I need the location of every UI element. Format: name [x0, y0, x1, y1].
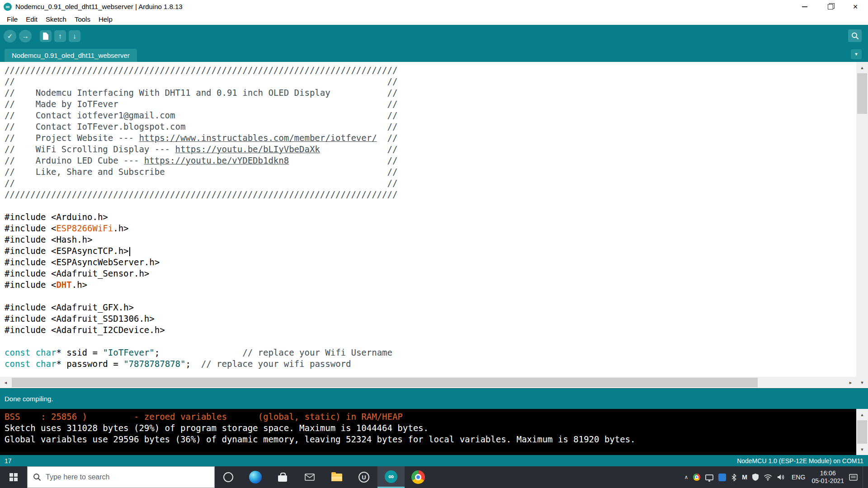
code-line: ////	[5, 178, 856, 189]
close-icon: ×	[853, 2, 858, 11]
edge-icon	[249, 471, 262, 483]
triangle-down-icon: ▼	[860, 447, 864, 452]
taskbar-mail[interactable]	[296, 466, 323, 488]
titlebar: ∞ Nodemcu_0.91_oled_dht11_webserver | Ar…	[0, 0, 868, 13]
scrollbar-thumb[interactable]	[12, 378, 758, 387]
infinity-glyph: ∞	[388, 472, 394, 481]
windows-taskbar: Type here to search U ∞ ∧ M	[0, 466, 868, 488]
mail-icon	[305, 474, 315, 481]
code-line: // Contact iotfever1@gmail.com//	[5, 110, 856, 121]
code-line: #include <Adafruit_I2CDevice.h>	[5, 324, 856, 336]
code-line: #include <Hash.h>	[5, 234, 856, 245]
menu-edit[interactable]: Edit	[22, 15, 42, 23]
wifi-icon[interactable]	[764, 474, 772, 481]
console-scrollbar[interactable]: ▲ ▼	[856, 409, 868, 455]
search-icon	[33, 473, 41, 481]
menubar: File Edit Sketch Tools Help	[0, 13, 868, 25]
code-line: #include <Arduino.h>	[5, 211, 856, 223]
code-line: // Project Website --- https://www.instr…	[5, 132, 856, 144]
upload-button[interactable]: →	[19, 30, 32, 42]
cortana-button[interactable]	[215, 466, 242, 488]
scroll-up-button[interactable]: ▲	[856, 62, 868, 73]
chrome-icon	[411, 470, 425, 484]
security-shield-icon[interactable]	[752, 474, 759, 481]
close-button[interactable]: ×	[843, 0, 868, 13]
speaker-icon[interactable]	[777, 474, 785, 480]
scrollbar-thumb[interactable]	[857, 73, 867, 114]
u-app-icon: U	[359, 472, 369, 483]
scroll-up-button[interactable]: ▲	[856, 409, 868, 420]
tray-audio-icon[interactable]: M	[742, 474, 747, 481]
system-tray: ∧ M ENG 16:06	[684, 466, 868, 488]
tray-display-icon[interactable]	[705, 474, 713, 480]
triangle-left-icon: ◄	[4, 380, 8, 385]
verify-button[interactable]: ✓	[4, 30, 16, 42]
code-line: ////////////////////////////////////////…	[5, 189, 856, 200]
scroll-right-button[interactable]: ►	[845, 377, 856, 388]
action-center-icon[interactable]	[849, 473, 858, 482]
minimize-button[interactable]	[792, 0, 817, 13]
code-editor[interactable]: ////////////////////////////////////////…	[0, 62, 856, 377]
language-indicator[interactable]: ENG	[790, 474, 807, 481]
console-output[interactable]: BSS : 25856 ) - zeroed variables (global…	[0, 409, 856, 455]
code-line: ////	[5, 76, 856, 87]
start-button[interactable]	[0, 466, 27, 488]
date: 05-01-2021	[811, 477, 844, 485]
code-line	[5, 200, 856, 211]
triangle-right-icon: ►	[849, 380, 853, 385]
tray-expand-button[interactable]: ∧	[684, 474, 689, 480]
serial-monitor-button[interactable]	[848, 29, 862, 42]
triangle-up-icon: ▲	[860, 66, 864, 70]
taskbar-explorer[interactable]	[323, 466, 350, 488]
show-desktop-button[interactable]	[863, 466, 865, 488]
window-controls: ×	[792, 0, 868, 13]
taskbar-edge[interactable]	[242, 466, 269, 488]
scroll-down-button[interactable]: ▼	[856, 377, 868, 388]
save-button[interactable]: ↓	[69, 30, 80, 42]
tray-blue-app-icon[interactable]	[718, 474, 726, 481]
maximize-button[interactable]	[817, 0, 843, 13]
text-caret	[129, 247, 130, 256]
arrow-up-icon: ↑	[58, 33, 62, 39]
cortana-icon	[223, 472, 233, 482]
arduino-ide-window: ∞ Nodemcu_0.91_oled_dht11_webserver | Ar…	[0, 0, 868, 488]
tray-chrome-icon[interactable]	[693, 474, 700, 481]
infinity-glyph: ∞	[6, 4, 10, 10]
check-icon: ✓	[7, 33, 13, 39]
editor-vertical-scrollbar[interactable]: ▲ ▼	[856, 62, 868, 388]
scrollbar-thumb[interactable]	[857, 420, 867, 444]
scroll-left-button[interactable]: ◄	[0, 377, 11, 388]
clock[interactable]: 16:06 05-01-2021	[811, 469, 844, 485]
taskbar-chrome[interactable]	[405, 466, 432, 488]
code-line: const char* password = "7878787878"; // …	[5, 358, 856, 370]
code-line: #include <Adafruit_Sensor.h>	[5, 268, 856, 279]
scroll-down-button[interactable]: ▼	[856, 444, 868, 455]
menu-tools[interactable]: Tools	[71, 15, 94, 23]
taskbar-store[interactable]	[269, 466, 296, 488]
time: 16:06	[811, 469, 844, 477]
editor-horizontal-scrollbar[interactable]: ◄ ►	[0, 377, 856, 388]
search-input[interactable]: Type here to search	[27, 466, 215, 488]
windows-logo-icon	[9, 473, 18, 481]
menu-help[interactable]: Help	[94, 15, 117, 23]
taskbar-arduino[interactable]: ∞	[377, 466, 405, 488]
tab-list-button[interactable]: ▼	[851, 49, 862, 59]
code-line: #include <Adafruit_SSD1306.h>	[5, 313, 856, 324]
arrow-right-icon: →	[22, 33, 29, 39]
new-sketch-button[interactable]	[40, 30, 52, 42]
menu-sketch[interactable]: Sketch	[42, 15, 71, 23]
triangle-down-icon: ▼	[860, 380, 864, 385]
arduino-logo-icon: ∞	[4, 3, 12, 11]
bluetooth-icon[interactable]	[731, 474, 737, 481]
taskbar-u-app[interactable]: U	[350, 466, 377, 488]
minimize-icon	[802, 6, 807, 7]
menu-file[interactable]: File	[3, 15, 22, 23]
folder-icon	[331, 474, 342, 481]
open-button[interactable]: ↑	[54, 30, 66, 42]
tab-sketch[interactable]: Nodemcu_0.91_oled_dht11_webserver	[5, 49, 137, 62]
code-line: #include <ESP8266WiFi.h>	[5, 223, 856, 234]
console-line: BSS : 25856 ) - zeroed variables (global…	[5, 411, 856, 422]
arduino-taskbar-icon: ∞	[385, 470, 397, 483]
taskbar-spacer	[432, 466, 684, 488]
window-title: Nodemcu_0.91_oled_dht11_webserver | Ardu…	[15, 3, 183, 10]
